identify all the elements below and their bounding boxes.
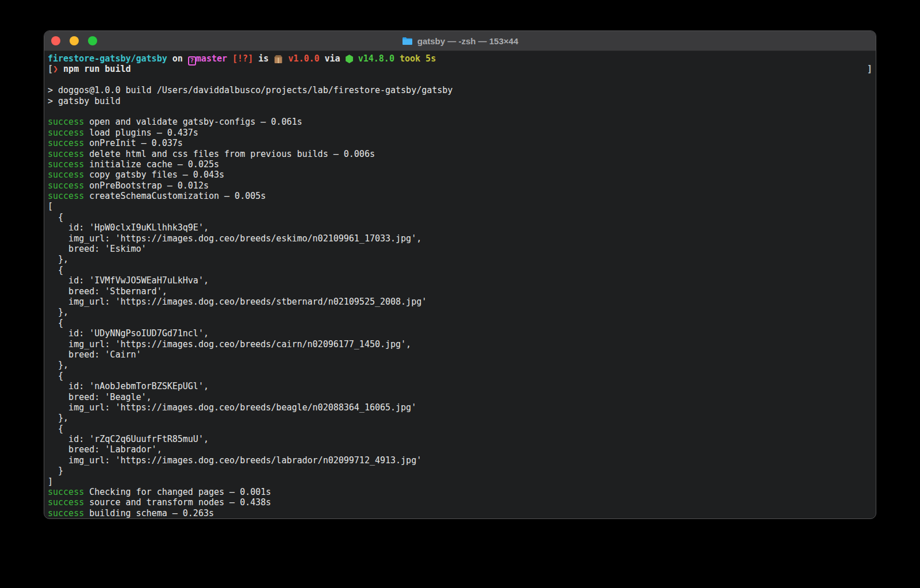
terminal-line: success onPreBootstrap — 0.012s	[48, 180, 872, 191]
text-segment: ❯	[53, 64, 58, 74]
text-segment: took 5s	[394, 53, 436, 64]
terminal-line: success initialize cache — 0.025s	[48, 159, 872, 170]
text-segment: success	[48, 487, 84, 497]
terminal-line: id: 'rZqC2q6UuufrFtR85muU',	[48, 434, 872, 444]
terminal-line: id: 'nAobJebmTorBZSKEpUGl',	[48, 381, 872, 391]
text-segment: success	[48, 159, 84, 170]
terminal-line: img_url: 'https://images.dog.ceo/breeds/…	[48, 402, 872, 413]
text-segment: id: 'IVMfVwJO5WEaH7uLkHva',	[48, 275, 209, 286]
terminal-window: gatsby — -zsh — 153×44 firestore-gatsby/…	[44, 30, 876, 519]
terminal-line	[48, 75, 872, 85]
terminal-line: success load plugins — 0.437s	[48, 128, 872, 138]
text-segment: is	[253, 53, 274, 64]
traffic-lights	[51, 31, 97, 51]
terminal-line: id: 'UDyNNgPsoIUD7Gd71ncl',	[48, 328, 872, 339]
terminal-line: success delete html and css files from p…	[48, 149, 872, 159]
text-segment: ]	[48, 476, 53, 487]
text-segment: [!?]	[227, 53, 253, 64]
terminal-line: > gatsby build	[48, 96, 872, 106]
text-segment: success	[48, 180, 84, 191]
text-segment: load plugins — 0.437s	[84, 128, 198, 138]
text-segment: id: 'HpW0clxI9uKLlhhk3q9E',	[48, 222, 209, 233]
text-segment: open and validate gatsby-configs — 0.061…	[84, 117, 302, 127]
terminal-line: > doggos@1.0.0 build /Users/daviddalbusc…	[48, 85, 872, 95]
text-segment: img_url: 'https://images.dog.ceo/breeds/…	[48, 339, 411, 349]
terminal-line: id: 'HpW0clxI9uKLlhhk3q9E',	[48, 222, 872, 233]
text-segment: Checking for changed pages — 0.001s	[84, 487, 271, 497]
terminal-line: },	[48, 254, 872, 264]
text-segment: via	[320, 53, 346, 64]
terminal-line: img_url: 'https://images.dog.ceo/breeds/…	[48, 233, 872, 244]
terminal-line: {	[48, 265, 872, 275]
terminal-line: success onPreInit — 0.037s	[48, 138, 872, 148]
terminal-line: breed: 'Eskimo'	[48, 244, 872, 254]
terminal-line: breed: 'Labrador',	[48, 444, 872, 455]
terminal-line: {	[48, 424, 872, 434]
text-segment: [	[48, 201, 53, 212]
terminal-line: {	[48, 212, 872, 222]
text-segment: },	[48, 254, 68, 264]
terminal-line: [	[48, 201, 872, 212]
text-segment: img_url: 'https://images.dog.ceo/breeds/…	[48, 297, 427, 307]
text-segment: success	[48, 170, 84, 180]
text-segment: source and transform nodes — 0.438s	[84, 497, 271, 508]
text-segment: initialize cache — 0.025s	[84, 159, 219, 170]
terminal-line: ]	[48, 476, 872, 487]
terminal-line: success copy gatsby files — 0.043s	[48, 170, 872, 180]
text-segment: }	[48, 466, 63, 476]
text-segment: breed: 'Labrador',	[48, 444, 162, 455]
text-segment: success	[48, 497, 84, 508]
text-segment: img_url: 'https://images.dog.ceo/breeds/…	[48, 455, 421, 466]
terminal-line: success source and transform nodes — 0.4…	[48, 497, 872, 508]
terminal-line: img_url: 'https://images.dog.ceo/breeds/…	[48, 297, 872, 307]
text-segment: success	[48, 508, 84, 518]
text-segment: success	[48, 117, 84, 127]
terminal-output[interactable]: firestore-gatsby/gatsby on ?master [!?] …	[44, 51, 876, 519]
text-segment: breed: 'Cairn'	[48, 349, 141, 360]
text-segment: > doggos@1.0.0 build /Users/daviddalbusc…	[48, 85, 453, 95]
text-segment: success	[48, 138, 84, 148]
text-segment: },	[48, 413, 68, 423]
text-segment: [	[48, 64, 53, 74]
terminal-line: img_url: 'https://images.dog.ceo/breeds/…	[48, 339, 872, 349]
terminal-line: breed: 'Stbernard',	[48, 286, 872, 297]
text-segment: id: 'UDyNNgPsoIUD7Gd71ncl',	[48, 328, 209, 339]
text-segment: },	[48, 360, 68, 370]
zoom-button[interactable]	[88, 36, 97, 45]
terminal-line: {	[48, 371, 872, 381]
window-title: gatsby — -zsh — 153×44	[417, 36, 519, 46]
text-segment: id: 'rZqC2q6UuufrFtR85muU',	[48, 434, 209, 444]
text-segment: success	[48, 149, 84, 159]
terminal-line: },	[48, 413, 872, 423]
text-segment: {	[48, 424, 63, 434]
text-segment: v14.8.0	[353, 53, 394, 64]
text-segment: onPreBootstrap — 0.012s	[84, 180, 209, 191]
terminal-line: img_url: 'https://images.dog.ceo/breeds/…	[48, 455, 872, 466]
text-segment: {	[48, 265, 63, 275]
folder-icon	[402, 37, 413, 45]
terminal-line: success Checking for changed pages — 0.0…	[48, 487, 872, 497]
text-segment: {	[48, 371, 63, 381]
text-segment: breed: 'Eskimo'	[48, 244, 147, 254]
text-segment: img_url: 'https://images.dog.ceo/breeds/…	[48, 402, 416, 413]
window-title-group: gatsby — -zsh — 153×44	[402, 36, 519, 46]
terminal-line: success open and validate gatsby-configs…	[48, 117, 872, 127]
terminal-line: success createSchemaCustomization — 0.00…	[48, 191, 872, 201]
text-segment: > gatsby build	[48, 96, 120, 106]
text-segment: firestore-gatsby/gatsby	[48, 53, 167, 64]
close-button[interactable]	[51, 36, 60, 45]
terminal-line: {	[48, 318, 872, 328]
terminal-line: breed: 'Cairn'	[48, 349, 872, 360]
terminal-line: id: 'IVMfVwJO5WEaH7uLkHva',	[48, 275, 872, 286]
desktop-background: { "window": { "title": "gatsby — -zsh — …	[0, 0, 920, 588]
text-segment: building schema — 0.263s	[84, 508, 214, 518]
text-segment: breed: 'Beagle',	[48, 392, 152, 402]
text-segment: onPreInit — 0.037s	[84, 138, 183, 148]
text-segment: },	[48, 307, 68, 317]
text-segment: createSchemaCustomization — 0.005s	[84, 191, 266, 201]
title-bar[interactable]: gatsby — -zsh — 153×44	[44, 31, 876, 51]
terminal-line: }	[48, 466, 872, 476]
text-segment: success	[48, 191, 84, 201]
text-segment: {	[48, 212, 63, 222]
minimize-button[interactable]	[70, 36, 79, 45]
